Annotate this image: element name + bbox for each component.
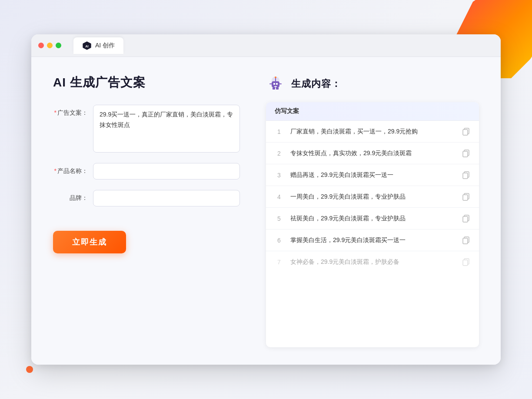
row-text: 祛斑美白，29.9元美白淡斑霜，专业护肤品 bbox=[290, 214, 456, 223]
row-text: 专抹女性斑点，真实功效，29.9元美白淡斑霜 bbox=[290, 149, 456, 158]
traffic-light-green[interactable] bbox=[56, 43, 61, 48]
row-text: 赠品再送，29.9元美白淡斑霜买一送一 bbox=[290, 170, 456, 180]
table-row: 6 掌握美白生活，29.9元美白淡斑霜买一送一 bbox=[266, 229, 479, 251]
row-num: 6 bbox=[275, 237, 283, 244]
table-row: 3 赠品再送，29.9元美白淡斑霜买一送一 bbox=[266, 164, 479, 186]
copy-icon[interactable] bbox=[462, 193, 470, 201]
ad-copy-required-star: * bbox=[54, 109, 57, 116]
table-row: 4 一周美白，29.9元美白淡斑霜，专业护肤品 bbox=[266, 186, 479, 208]
results-table: 仿写文案 1 厂家直销，美白淡斑霜，买一送一，29.9元抢购 2 专抹女性斑点，… bbox=[266, 102, 479, 347]
page-title: AI 生成广告文案 bbox=[53, 74, 240, 91]
copy-icon[interactable] bbox=[462, 171, 470, 179]
tab-label: AI 创作 bbox=[95, 42, 115, 50]
traffic-light-yellow[interactable] bbox=[47, 43, 53, 48]
copy-icon[interactable] bbox=[462, 258, 470, 266]
ad-copy-label: *广告文案： bbox=[53, 105, 88, 117]
row-text: 女神必备，29.9元美白淡斑霜，护肤必备 bbox=[290, 257, 456, 266]
table-row: 5 祛斑美白，29.9元美白淡斑霜，专业护肤品 bbox=[266, 208, 479, 229]
left-panel: AI 生成广告文案 *广告文案： 29.9买一送一，真正的厂家直销，美白淡斑霜，… bbox=[53, 74, 240, 347]
table-row: 7 女神必备，29.9元美白淡斑霜，护肤必备 bbox=[266, 251, 479, 273]
row-num: 4 bbox=[275, 193, 283, 200]
table-row: 2 专抹女性斑点，真实功效，29.9元美白淡斑霜 bbox=[266, 143, 479, 164]
ad-copy-group: *广告文案： 29.9买一送一，真正的厂家直销，美白淡斑霜，专抹女性斑点 bbox=[53, 105, 240, 153]
svg-rect-20 bbox=[463, 195, 468, 200]
traffic-light-red[interactable] bbox=[38, 43, 44, 48]
copy-icon[interactable] bbox=[462, 150, 470, 157]
svg-point-8 bbox=[275, 76, 276, 78]
browser-chrome: AI AI 创作 bbox=[31, 34, 501, 57]
row-text: 厂家直销，美白淡斑霜，买一送一，29.9元抢购 bbox=[290, 127, 456, 136]
row-num: 3 bbox=[275, 172, 283, 179]
row-text: 掌握美白生活，29.9元美白淡斑霜买一送一 bbox=[290, 236, 456, 245]
ai-tab-icon: AI bbox=[82, 41, 92, 50]
svg-rect-26 bbox=[463, 260, 468, 266]
ad-copy-input[interactable]: 29.9买一送一，真正的厂家直销，美白淡斑霜，专抹女性斑点 bbox=[93, 105, 240, 153]
svg-rect-18 bbox=[463, 173, 468, 179]
copy-icon[interactable] bbox=[462, 215, 470, 223]
row-num: 2 bbox=[275, 150, 283, 157]
svg-rect-16 bbox=[463, 151, 468, 157]
product-name-input[interactable]: 美白淡斑霜 bbox=[93, 163, 240, 180]
svg-rect-5 bbox=[276, 83, 278, 85]
svg-rect-22 bbox=[463, 216, 468, 222]
row-num: 1 bbox=[275, 128, 283, 135]
svg-rect-4 bbox=[273, 83, 275, 85]
product-name-label: *产品名称： bbox=[53, 163, 88, 175]
brand-group: 品牌： 好白 bbox=[53, 190, 240, 206]
robot-icon bbox=[266, 74, 285, 93]
row-text: 一周美白，29.9元美白淡斑霜，专业护肤品 bbox=[290, 192, 456, 201]
copy-icon[interactable] bbox=[462, 128, 470, 136]
svg-rect-12 bbox=[276, 87, 279, 90]
row-num: 5 bbox=[275, 215, 283, 222]
table-header: 仿写文案 bbox=[266, 102, 479, 121]
row-num: 7 bbox=[275, 259, 283, 266]
browser-content: AI 生成广告文案 *广告文案： 29.9买一送一，真正的厂家直销，美白淡斑霜，… bbox=[31, 57, 501, 365]
browser-window: AI AI 创作 AI 生成广告文案 *广告文案： 29.9买一送一，真正的厂家… bbox=[31, 34, 501, 365]
brand-label: 品牌： bbox=[53, 190, 88, 202]
generate-button[interactable]: 立即生成 bbox=[53, 231, 126, 253]
table-row: 1 厂家直销，美白淡斑霜，买一送一，29.9元抢购 bbox=[266, 121, 479, 143]
product-name-group: *产品名称： 美白淡斑霜 bbox=[53, 163, 240, 180]
right-header: 生成内容： bbox=[266, 74, 479, 93]
copy-icon[interactable] bbox=[462, 236, 470, 244]
right-panel-title: 生成内容： bbox=[291, 77, 341, 90]
traffic-lights bbox=[38, 43, 61, 48]
right-panel: 生成内容： 仿写文案 1 厂家直销，美白淡斑霜，买一送一，29.9元抢购 2 专… bbox=[266, 74, 479, 347]
product-name-required-star: * bbox=[54, 167, 57, 174]
svg-rect-6 bbox=[274, 86, 277, 87]
svg-rect-11 bbox=[273, 87, 275, 90]
browser-tab[interactable]: AI AI 创作 bbox=[73, 37, 123, 54]
svg-text:AI: AI bbox=[85, 44, 88, 48]
brand-input[interactable]: 好白 bbox=[93, 190, 240, 206]
svg-rect-14 bbox=[463, 130, 468, 135]
svg-rect-24 bbox=[463, 238, 468, 244]
